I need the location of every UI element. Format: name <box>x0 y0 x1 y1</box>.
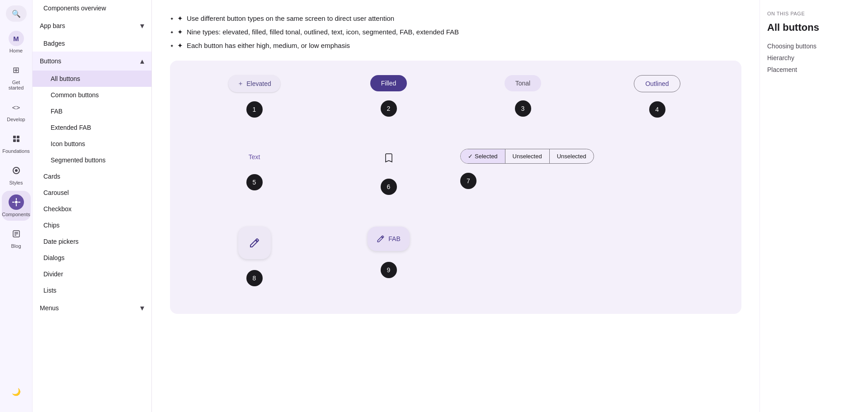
nav-item-carousel[interactable]: Carousel <box>33 185 151 201</box>
nav-item-menus[interactable]: Menus ▾ <box>33 298 151 317</box>
demo-cell-tonal: Tonal 3 <box>460 75 585 117</box>
num-badge-1: 1 <box>246 101 263 118</box>
segmented-button: ✓ Selected Unselected Unselected <box>460 149 594 164</box>
sidebar-item-label: Foundations <box>2 148 30 154</box>
sidebar-item-label: Styles <box>9 180 23 185</box>
demo-cell-segmented: ✓ Selected Unselected Unselected 7 <box>460 149 720 189</box>
bullet-icon: ✦ <box>177 28 183 36</box>
chevron-down-icon: ▾ <box>140 21 144 31</box>
sidebar-item-label: Get started <box>5 80 28 90</box>
nav-item-icon-buttons[interactable]: Icon buttons <box>33 136 151 152</box>
svg-point-5 <box>15 169 18 172</box>
num-badge-7: 7 <box>460 173 476 189</box>
toc-title: All buttons <box>767 22 861 33</box>
outlined-button[interactable]: Outlined <box>634 75 680 92</box>
fab-extended-button[interactable]: FAB <box>368 227 409 251</box>
svg-rect-1 <box>17 136 19 138</box>
nav-item-segmented-buttons[interactable]: Segmented buttons <box>33 152 151 168</box>
num-badge-4: 4 <box>649 101 665 118</box>
sidebar-item-label: Components <box>2 212 30 217</box>
nav-item-extended-fab[interactable]: Extended FAB <box>33 119 151 136</box>
develop-icon: <> <box>9 99 24 115</box>
nav-item-common-buttons[interactable]: Common buttons <box>33 87 151 103</box>
bullet-item-1: ✦ Use different button types on the same… <box>170 14 741 23</box>
toc-panel: On this page All buttons Choosing button… <box>760 0 868 412</box>
icon-sidebar: 🔍 M Home ⊞ Get started <> Develop Founda… <box>0 0 33 412</box>
components-icon <box>9 194 24 210</box>
segment-unselected-2[interactable]: Unselected <box>550 149 594 163</box>
num-badge-8: 8 <box>246 270 263 286</box>
sidebar-item-foundations[interactable]: Foundations <box>2 128 31 157</box>
bullet-list: ✦ Use different button types on the same… <box>170 14 741 50</box>
search-icon: 🔍 <box>12 9 21 18</box>
blog-icon <box>9 226 24 242</box>
svg-point-6 <box>15 201 18 204</box>
bullet-item-3: ✦ Each button has either high, medium, o… <box>170 42 741 50</box>
plus-icon: ＋ <box>237 80 244 88</box>
demo-cell-fab-extended: FAB 9 <box>326 227 451 278</box>
nav-sidebar: Components overview App bars ▾ Badges Bu… <box>33 0 152 412</box>
toc-link-choosing[interactable]: Choosing buttons <box>767 43 861 50</box>
toc-link-hierarchy[interactable]: Hierarchy <box>767 54 861 62</box>
sidebar-item-components[interactable]: Components <box>2 191 31 221</box>
nav-item-cards[interactable]: Cards <box>33 168 151 185</box>
elevated-button[interactable]: ＋ Elevated <box>228 75 280 92</box>
nav-item-badges[interactable]: Badges <box>33 35 151 52</box>
sidebar-item-label: Blog <box>11 243 21 249</box>
svg-rect-2 <box>13 139 16 142</box>
search-button[interactable]: 🔍 <box>6 5 27 22</box>
foundations-icon <box>9 131 24 147</box>
sidebar-item-label: Home <box>9 48 23 53</box>
nav-item-buttons[interactable]: Buttons ▴ <box>33 52 151 71</box>
nav-item-fab[interactable]: FAB <box>33 103 151 119</box>
num-badge-2: 2 <box>381 100 397 117</box>
filled-button[interactable]: Filled <box>370 75 407 91</box>
svg-rect-0 <box>13 136 16 138</box>
sidebar-item-home[interactable]: M Home <box>2 27 31 57</box>
fab-button[interactable] <box>238 227 271 259</box>
dark-mode-toggle[interactable]: 🌙 <box>2 380 31 403</box>
nav-item-app-bars[interactable]: App bars ▾ <box>33 16 151 35</box>
chevron-up-icon: ▴ <box>140 56 144 66</box>
demo-cell-fab: 8 <box>192 227 317 286</box>
icon-button[interactable] <box>380 149 398 170</box>
demo-cell-icon-button: 6 <box>326 149 451 195</box>
toc-on-this-page: On this page <box>767 11 861 16</box>
num-badge-9: 9 <box>381 262 397 278</box>
demo-area: ＋ Elevated 1 Filled 2 Tonal 3 Outlined 4 <box>170 61 741 314</box>
toc-link-placement[interactable]: Placement <box>767 66 861 73</box>
nav-item-components-overview[interactable]: Components overview <box>33 0 151 16</box>
num-badge-6: 6 <box>381 179 397 195</box>
styles-icon <box>9 163 24 178</box>
moon-icon: 🌙 <box>9 384 24 399</box>
num-badge-3: 3 <box>515 100 531 117</box>
bullet-icon: ✦ <box>177 14 183 23</box>
segment-unselected-1[interactable]: Unselected <box>505 149 550 163</box>
svg-rect-3 <box>17 139 19 142</box>
sidebar-item-blog[interactable]: Blog <box>2 223 31 252</box>
home-icon: M <box>9 31 24 46</box>
get-started-icon: ⊞ <box>9 62 24 78</box>
demo-cell-text: Text 5 <box>192 149 317 190</box>
tonal-button[interactable]: Tonal <box>505 75 541 91</box>
demo-cell-outlined: Outlined 4 <box>594 75 720 118</box>
check-icon: ✓ <box>468 153 473 160</box>
sidebar-item-get-started[interactable]: ⊞ Get started <box>2 59 31 94</box>
demo-cell-filled: Filled 2 <box>326 75 451 117</box>
chevron-down-icon-menus: ▾ <box>140 303 144 313</box>
nav-item-dialogs[interactable]: Dialogs <box>33 250 151 266</box>
sidebar-item-styles[interactable]: Styles <box>2 159 31 189</box>
bullet-item-2: ✦ Nine types: elevated, filled, filled t… <box>170 28 741 36</box>
bullet-icon: ✦ <box>177 42 183 50</box>
nav-item-lists[interactable]: Lists <box>33 282 151 298</box>
demo-cell-elevated: ＋ Elevated 1 <box>192 75 317 118</box>
nav-item-divider[interactable]: Divider <box>33 266 151 282</box>
nav-item-checkbox[interactable]: Checkbox <box>33 201 151 217</box>
segment-selected[interactable]: ✓ Selected <box>461 149 505 163</box>
nav-item-all-buttons[interactable]: All buttons <box>33 71 151 87</box>
text-button[interactable]: Text <box>245 149 264 165</box>
nav-item-chips[interactable]: Chips <box>33 217 151 233</box>
sidebar-item-develop[interactable]: <> Develop <box>2 96 31 126</box>
nav-item-date-pickers[interactable]: Date pickers <box>33 233 151 250</box>
num-badge-5: 5 <box>246 174 263 190</box>
